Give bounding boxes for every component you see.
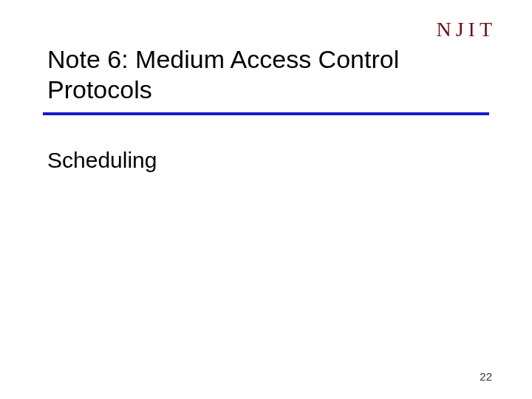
page-number: 22 <box>480 370 492 383</box>
slide: NJIT Note 6: Medium Access Control Proto… <box>0 0 532 399</box>
slide-subtitle: Scheduling <box>47 148 157 173</box>
slide-title: Note 6: Medium Access Control Protocols <box>47 44 485 105</box>
njit-logo: NJIT <box>436 18 497 41</box>
divider-rule <box>43 112 489 115</box>
logo-text: NJIT <box>436 18 497 41</box>
